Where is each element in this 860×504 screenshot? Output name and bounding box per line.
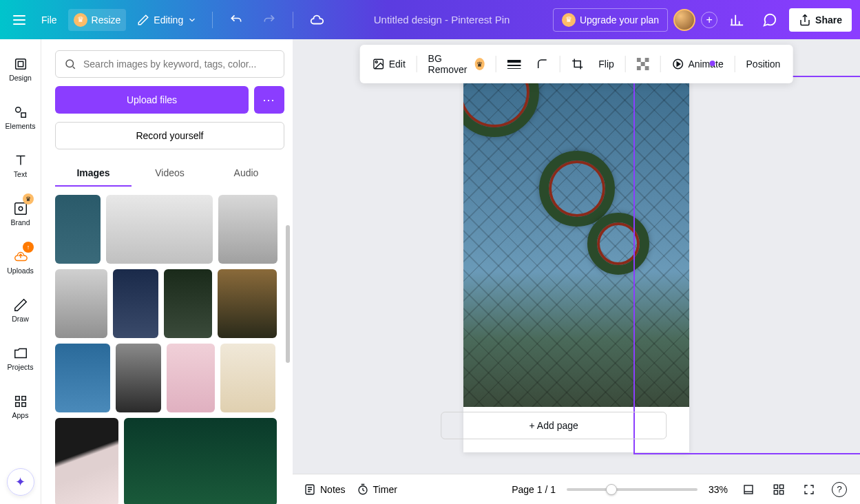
rail-apps[interactable]: Apps xyxy=(0,389,41,423)
rail-apps-label: Apps xyxy=(12,411,29,419)
svg-rect-4 xyxy=(14,203,26,215)
upload-badge-icon: ↑ xyxy=(23,242,34,253)
resize-label: Resize xyxy=(92,14,121,25)
upload-thumbnail[interactable] xyxy=(116,344,161,412)
draw-icon xyxy=(12,297,29,313)
upload-thumbnail[interactable] xyxy=(218,195,277,264)
rail-design[interactable]: Design xyxy=(0,52,41,86)
decor-icon xyxy=(539,151,615,227)
corner-radius-button[interactable] xyxy=(532,55,552,73)
canvas-wrap: Edit BG Remover ♛ Flip xyxy=(293,39,860,504)
notes-label: Notes xyxy=(320,484,346,495)
upload-thumbnail[interactable] xyxy=(220,344,275,412)
bottom-bar: Notes Timer Page 1 / 1 33% ? xyxy=(293,474,860,504)
resize-button[interactable]: ♛ Resize xyxy=(68,9,127,31)
rail-elements[interactable]: Elements xyxy=(0,100,41,134)
transparency-button[interactable] xyxy=(633,55,653,73)
add-member-button[interactable]: + xyxy=(701,12,717,28)
upload-thumbnail[interactable] xyxy=(55,418,118,504)
zoom-slider-thumb[interactable] xyxy=(606,484,617,495)
search-input[interactable] xyxy=(83,59,275,70)
notes-button[interactable]: Notes xyxy=(304,483,346,496)
chart-icon xyxy=(729,12,744,28)
help-button[interactable]: ? xyxy=(830,480,849,499)
animate-label: Animate xyxy=(688,59,723,70)
view-grid-button[interactable] xyxy=(739,480,758,499)
top-bar: File ♛ Resize Editing Untitled design - … xyxy=(0,0,860,39)
tab-audio[interactable]: Audio xyxy=(208,160,284,187)
selection-box[interactable] xyxy=(633,76,860,454)
comments-button[interactable] xyxy=(756,6,784,34)
zoom-slider[interactable] xyxy=(567,488,698,491)
undo-icon xyxy=(229,13,243,27)
svg-rect-9 xyxy=(21,403,25,407)
magic-button[interactable]: ✦ xyxy=(7,468,34,496)
upload-thumbnail[interactable] xyxy=(55,344,110,412)
svg-rect-29 xyxy=(780,490,784,494)
upload-thumbnail[interactable] xyxy=(55,195,101,264)
upgrade-plan-button[interactable]: ♛ Upgrade your plan xyxy=(553,8,668,32)
rail-text[interactable]: Text xyxy=(0,148,41,182)
upload-thumbnail[interactable] xyxy=(218,269,277,338)
rail-brand-label: Brand xyxy=(10,218,30,227)
uploads-panel: Upload files ⋯ Record yourself Images Vi… xyxy=(41,39,293,504)
add-page-button[interactable]: + Add page xyxy=(441,412,667,439)
flip-button[interactable]: Flip xyxy=(594,56,618,72)
timer-button[interactable]: Timer xyxy=(357,483,397,496)
elements-icon xyxy=(12,104,29,120)
svg-rect-25 xyxy=(744,485,753,494)
record-yourself-button[interactable]: Record yourself xyxy=(55,122,284,149)
view-thumbnails-button[interactable] xyxy=(769,480,788,499)
upload-thumbnail[interactable] xyxy=(167,344,215,412)
rail-uploads[interactable]: ↑ Uploads xyxy=(0,244,41,279)
share-button[interactable]: Share xyxy=(789,8,852,32)
share-icon xyxy=(799,14,811,26)
transparency-icon xyxy=(637,58,649,70)
document-title[interactable]: Untitled design - Pinterest Pin xyxy=(374,14,510,25)
text-icon xyxy=(12,152,29,169)
panel-scrollbar[interactable] xyxy=(286,225,290,363)
upload-more-button[interactable]: ⋯ xyxy=(254,86,284,114)
rail-draw[interactable]: Draw xyxy=(0,293,41,327)
divider xyxy=(293,12,293,28)
upload-files-button[interactable]: Upload files xyxy=(55,86,249,114)
upload-thumbnail[interactable] xyxy=(106,195,213,264)
divider xyxy=(559,56,560,72)
upload-thumbnail[interactable] xyxy=(55,269,107,338)
lines-icon xyxy=(507,59,521,70)
undo-button[interactable] xyxy=(222,6,250,34)
position-button[interactable]: Position xyxy=(742,56,785,72)
upload-thumbnail[interactable] xyxy=(164,269,212,338)
comment-icon xyxy=(762,12,777,28)
divider xyxy=(625,56,626,72)
menu-hamburger[interactable] xyxy=(8,9,30,31)
crop-button[interactable] xyxy=(567,55,587,73)
user-avatar[interactable] xyxy=(673,9,695,31)
svg-rect-19 xyxy=(645,58,649,62)
zoom-level[interactable]: 33% xyxy=(709,484,728,495)
media-tabs: Images Videos Audio xyxy=(55,160,284,187)
rail-brand[interactable]: ♛ Brand xyxy=(0,196,41,231)
bg-remover-button[interactable]: BG Remover ♛ xyxy=(424,50,489,78)
redo-button[interactable] xyxy=(255,6,283,34)
analytics-button[interactable] xyxy=(723,6,751,34)
animate-button[interactable]: Animate xyxy=(667,55,727,73)
share-label: Share xyxy=(815,14,842,25)
upload-thumbnail[interactable] xyxy=(124,418,277,504)
tab-videos[interactable]: Videos xyxy=(132,160,208,187)
rail-design-label: Design xyxy=(9,74,32,82)
edit-image-button[interactable]: Edit xyxy=(368,55,410,73)
svg-point-10 xyxy=(66,60,74,67)
upload-thumbnail[interactable] xyxy=(113,269,158,338)
tab-images[interactable]: Images xyxy=(55,160,132,187)
rail-projects[interactable]: Projects xyxy=(0,341,41,375)
file-menu[interactable]: File xyxy=(36,10,63,30)
search-input-wrap[interactable] xyxy=(55,50,284,78)
fullscreen-button[interactable] xyxy=(799,480,819,499)
upgrade-label: Upgrade your plan xyxy=(580,14,659,25)
stroke-weight-button[interactable] xyxy=(503,56,525,72)
timer-icon xyxy=(357,483,369,496)
editing-mode-dropdown[interactable]: Editing xyxy=(132,10,202,30)
cloud-sync-button[interactable] xyxy=(303,6,331,34)
canvas-area[interactable]: ⊞ ⊞ ⊡ + Add page xyxy=(293,39,860,474)
